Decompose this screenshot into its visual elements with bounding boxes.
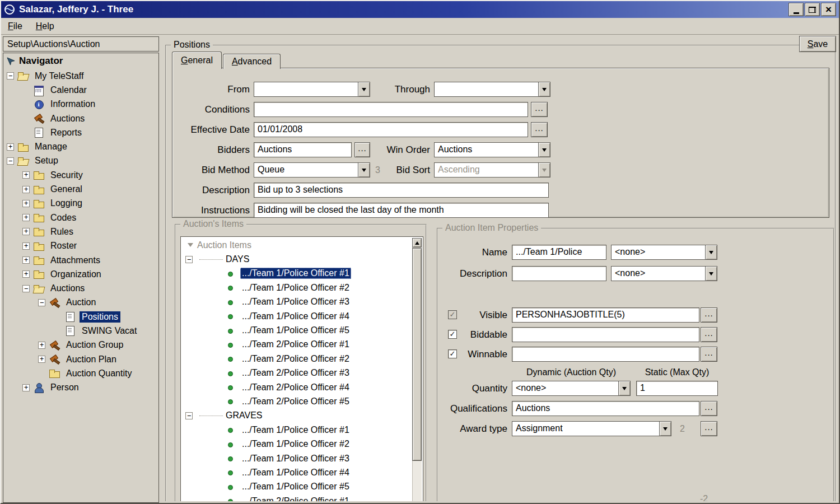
auction-items-root[interactable]: Auction Items: [182, 238, 411, 252]
through-combo[interactable]: [434, 82, 550, 97]
win-order-dropdown-button[interactable]: [538, 143, 550, 157]
tree-expander[interactable]: +: [22, 384, 30, 391]
tree-item[interactable]: Calendar: [3, 83, 158, 97]
tree-item[interactable]: Information: [3, 97, 158, 111]
tree-expander[interactable]: +: [22, 242, 30, 250]
minimize-button[interactable]: [788, 3, 804, 16]
auction-item-group[interactable]: −DAYS: [182, 252, 411, 266]
conditions-browse-button[interactable]: ...: [531, 102, 548, 117]
winnable-input[interactable]: [512, 347, 699, 362]
auction-item-row[interactable]: .../Team 2/Police Officer #1: [182, 494, 411, 501]
bid-method-dropdown-button[interactable]: [358, 163, 370, 177]
award-type-dropdown-button[interactable]: [659, 422, 671, 436]
quantity-select[interactable]: <none>: [512, 381, 631, 396]
tree-expander[interactable]: −: [185, 412, 193, 419]
tree-expander[interactable]: −: [22, 285, 30, 292]
tree-item[interactable]: Positions: [3, 310, 158, 324]
auction-item-row[interactable]: .../Team 1/Police Officer #4: [182, 465, 411, 479]
auction-item-row[interactable]: .../Team 2/Police Officer #4: [182, 380, 411, 394]
tree-item[interactable]: Auctions: [3, 111, 158, 125]
tab-advanced[interactable]: Advanced: [223, 54, 281, 69]
tree-item[interactable]: +Logging: [3, 197, 158, 211]
auction-item-row[interactable]: .../Team 2/Police Officer #5: [182, 394, 411, 408]
item-description-option-select[interactable]: <none>: [611, 266, 717, 281]
tree-expander[interactable]: +: [22, 228, 30, 235]
tree-item[interactable]: +General: [3, 182, 158, 196]
auction-item-row[interactable]: .../Team 1/Police Officer #5: [182, 323, 411, 337]
menu-help[interactable]: Help: [36, 21, 54, 31]
tree-expander[interactable]: +: [38, 342, 45, 349]
tree-expander[interactable]: −: [7, 72, 14, 80]
instructions-input[interactable]: Bidding will be closed the last day of t…: [254, 203, 549, 218]
auction-item-row[interactable]: .../Team 1/Police Officer #1: [182, 423, 411, 437]
through-dropdown-button[interactable]: [538, 82, 550, 96]
award-type-browse-button[interactable]: ...: [701, 421, 717, 436]
visible-input[interactable]: PERSONHASJOBTITLE(5): [512, 307, 699, 323]
conditions-input[interactable]: [254, 102, 528, 117]
menu-file[interactable]: File: [8, 21, 22, 31]
tree-expander[interactable]: +: [7, 143, 14, 151]
biddable-browse-button[interactable]: ...: [701, 327, 717, 342]
tree-expander[interactable]: +: [38, 356, 45, 363]
scroll-up-button[interactable]: [412, 238, 422, 248]
tree-item[interactable]: −Auctions: [3, 281, 158, 295]
auction-item-row[interactable]: .../Team 2/Police Officer #3: [182, 366, 411, 380]
scrollbar-thumb[interactable]: [412, 248, 422, 461]
name-option-dropdown-button[interactable]: [705, 245, 717, 259]
from-combo[interactable]: [254, 82, 370, 97]
vertical-scrollbar[interactable]: [412, 238, 422, 501]
auction-item-group[interactable]: −GRAVES: [182, 409, 411, 423]
win-order-select[interactable]: Auctions: [434, 142, 550, 157]
item-description-input[interactable]: [512, 266, 606, 281]
tree-expander[interactable]: −: [38, 299, 45, 306]
effective-date-browse-button[interactable]: ...: [531, 122, 548, 137]
auction-item-row[interactable]: .../Team 1/Police Officer #3: [182, 451, 411, 465]
auction-item-row[interactable]: .../Team 1/Police Officer #4: [182, 309, 411, 323]
tree-item[interactable]: +Codes: [3, 211, 158, 225]
tree-item[interactable]: +Organization: [3, 267, 158, 281]
tree-expander[interactable]: −: [185, 256, 193, 263]
biddable-checkbox[interactable]: [448, 330, 457, 339]
tree-item[interactable]: Auction Quantity: [3, 366, 158, 380]
tree-expander[interactable]: +: [22, 256, 30, 264]
save-button[interactable]: Save: [799, 36, 836, 52]
tree-expander[interactable]: +: [22, 186, 30, 193]
tree-item[interactable]: −Auction: [3, 296, 158, 310]
biddable-input[interactable]: [512, 327, 699, 342]
bidders-browse-button[interactable]: ...: [354, 142, 370, 157]
item-description-dropdown-button[interactable]: [705, 267, 717, 281]
tree-expander[interactable]: +: [22, 214, 30, 221]
auction-item-row[interactable]: .../Team 1/Police Officer #1: [182, 267, 411, 281]
tree-expander[interactable]: −: [7, 157, 14, 165]
bid-method-select[interactable]: Queue: [254, 162, 370, 178]
qualifications-browse-button[interactable]: ...: [701, 401, 717, 416]
auction-item-row[interactable]: .../Team 2/Police Officer #1: [182, 338, 411, 352]
effective-date-input[interactable]: 01/01/2008: [254, 122, 528, 137]
tree-item[interactable]: +Auction Plan: [3, 352, 158, 366]
tree-item[interactable]: +Roster: [3, 239, 158, 253]
qualifications-input[interactable]: Auctions: [512, 401, 699, 416]
restore-button[interactable]: [805, 3, 820, 16]
tree-item[interactable]: +Security: [3, 168, 158, 182]
visible-browse-button[interactable]: ...: [701, 307, 717, 323]
tree-item[interactable]: −Setup: [3, 154, 158, 168]
tree-item[interactable]: SWING Vacat: [3, 324, 158, 338]
tab-general[interactable]: General: [172, 52, 222, 69]
name-option-select[interactable]: <none>: [611, 245, 717, 260]
tree-item[interactable]: −My TeleStaff: [3, 69, 158, 83]
auction-item-row[interactable]: .../Team 1/Police Officer #2: [182, 437, 411, 451]
winnable-browse-button[interactable]: ...: [701, 347, 717, 362]
auction-item-row[interactable]: .../Team 1/Police Officer #3: [182, 295, 411, 309]
auction-item-row[interactable]: .../Team 1/Police Officer #5: [182, 480, 411, 494]
award-type-select[interactable]: Assignment: [512, 421, 671, 436]
tree-expander[interactable]: +: [22, 171, 30, 179]
quantity-dropdown-button[interactable]: [618, 381, 630, 395]
bidders-input[interactable]: Auctions: [254, 142, 352, 157]
tree-item[interactable]: +Person: [3, 381, 158, 395]
tree-expander[interactable]: +: [22, 200, 30, 207]
tree-item[interactable]: +Auction Group: [3, 338, 158, 352]
auction-item-row[interactable]: .../Team 1/Police Officer #2: [182, 281, 411, 295]
close-button[interactable]: ×: [821, 3, 836, 16]
winnable-checkbox[interactable]: [448, 349, 457, 358]
from-dropdown-button[interactable]: [358, 82, 370, 96]
